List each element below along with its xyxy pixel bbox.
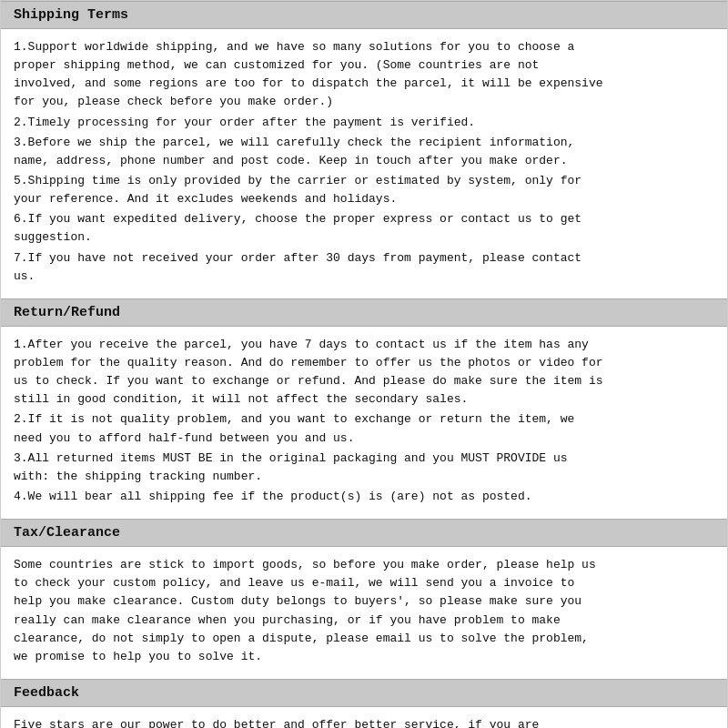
shipping-item-1: 1.Support worldwide shipping, and we hav… — [14, 38, 714, 112]
section-shipping-content: 1.Support worldwide shipping, and we hav… — [1, 29, 727, 298]
section-shipping-header: Shipping Terms — [1, 1, 727, 29]
shipping-item-6: 6.If you want expedited delivery, choose… — [14, 210, 714, 247]
section-shipping: Shipping Terms 1.Support worldwide shipp… — [1, 1, 727, 298]
section-tax: Tax/Clearance Some countries are stick t… — [1, 519, 727, 679]
shipping-item-3: 3.Before we ship the parcel, we will car… — [14, 134, 714, 170]
return-item-3: 3.All returned items MUST BE in the orig… — [14, 450, 714, 486]
return-item-2: 2.If it is not quality problem, and you … — [14, 410, 714, 447]
shipping-item-5: 5.Shipping time is only provided by the … — [14, 172, 714, 208]
return-item-1: 1.After you receive the parcel, you have… — [14, 336, 714, 410]
section-feedback-header: Feedback — [1, 679, 727, 707]
section-return: Return/Refund 1.After you receive the pa… — [1, 298, 727, 519]
section-tax-content: Some countries are stick to import goods… — [1, 547, 727, 679]
section-feedback-content: Five stars are our power to do better an… — [1, 707, 727, 728]
return-item-4: 4.We will bear all shipping fee if the p… — [14, 488, 714, 506]
section-return-content: 1.After you receive the parcel, you have… — [1, 327, 727, 519]
page-container: Shipping Terms 1.Support worldwide shipp… — [0, 0, 728, 728]
section-return-header: Return/Refund — [1, 298, 727, 327]
shipping-item-7: 7.If you have not received your order af… — [14, 249, 714, 286]
section-tax-header: Tax/Clearance — [1, 519, 727, 547]
section-feedback: Feedback Five stars are our power to do … — [1, 679, 727, 728]
shipping-item-2: 2.Timely processing for your order after… — [14, 114, 714, 132]
feedback-text: Five stars are our power to do better an… — [14, 716, 714, 728]
tax-text: Some countries are stick to import goods… — [14, 556, 714, 666]
